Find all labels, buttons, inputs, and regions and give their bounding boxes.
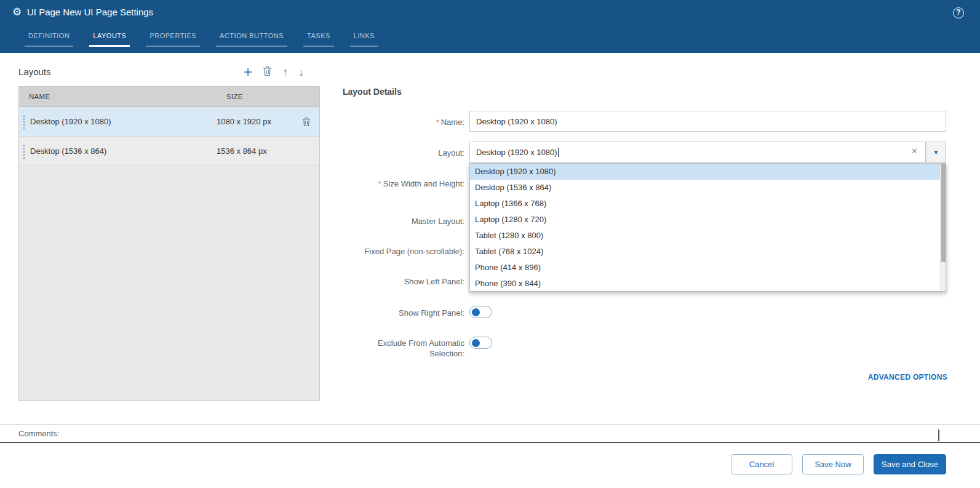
dropdown-option[interactable]: Tablet (1280 x 800) [470, 228, 946, 244]
tab-properties[interactable]: PROPERTIES [146, 31, 200, 47]
show-right-panel-label-text: Show Right Panel: [399, 308, 464, 318]
exclude-from-automatic-selection-toggle[interactable] [469, 337, 492, 349]
toggle-knob [472, 308, 480, 316]
comments-label: Comments: [18, 429, 59, 438]
dropdown-option[interactable]: Tablet (768 x 1024) [470, 244, 946, 260]
text-caret [558, 148, 559, 157]
show-right-panel-label: Show Right Panel: [329, 308, 464, 318]
title-bar: ⚙ UI Page New UI Page Settings ? [0, 0, 980, 26]
cancel-button[interactable]: Cancel [731, 454, 792, 474]
layouts-table: NAME SIZE Desktop (1920 x 1080) 1080 x 1… [18, 86, 320, 401]
tab-tasks[interactable]: TASKS [303, 31, 334, 47]
exclude-from-automatic-selection-label: Exclude From Automatic Selection: [360, 338, 464, 359]
dropdown-option[interactable]: Laptop (1280 x 720) [470, 212, 946, 228]
layout-label-text: Layout: [438, 148, 464, 158]
page-title: UI Page New UI Page Settings [27, 7, 153, 17]
tab-bar: DEFINITION LAYOUTS PROPERTIES ACTION BUT… [0, 26, 980, 53]
advanced-options-link[interactable]: ADVANCED OPTIONS [868, 373, 947, 382]
layouts-panel-title: Layouts [18, 66, 51, 77]
required-marker: * [436, 118, 439, 127]
required-marker: * [378, 179, 381, 188]
name-label: *Name: [329, 117, 464, 127]
layout-dropdown-list: Desktop (1920 x 1080) Desktop (1536 x 86… [469, 163, 946, 292]
chevron-up-icon [938, 430, 939, 441]
layout-combobox: Desktop (1920 x 1080) ✕ ▼ [469, 142, 946, 162]
tab-action-buttons[interactable]: ACTION BUTTONS [216, 31, 287, 47]
move-layout-up-button[interactable]: ↑ [282, 65, 288, 79]
collapse-comments-button[interactable] [938, 431, 946, 438]
clear-icon: ✕ [911, 146, 918, 156]
dropdown-option[interactable]: Desktop (1920 x 1080) [470, 164, 946, 180]
layout-details-title: Layout Details [343, 87, 402, 97]
show-right-panel-toggle[interactable] [469, 306, 492, 318]
delete-layout-button[interactable] [263, 66, 272, 79]
layouts-toolbar: + ↑ ↓ [244, 64, 304, 80]
table-row[interactable]: Desktop (1536 x 864) 1536 x 864 px [19, 137, 319, 166]
scrollbar-thumb[interactable] [941, 164, 946, 262]
fixed-page-label-text: Fixed Page (non-scrollable): [364, 247, 464, 256]
save-now-button[interactable]: Save Now [802, 454, 864, 474]
layout-size-cell: 1080 x 1920 px [217, 117, 271, 126]
layout-label: Layout: [329, 148, 464, 158]
plus-icon: + [244, 65, 252, 79]
layout-name-cell: Desktop (1920 x 1080) [30, 117, 217, 126]
column-header-size: SIZE [226, 93, 243, 100]
tab-definition[interactable]: DEFINITION [25, 31, 73, 47]
size-label-text: Size Width and Height: [383, 179, 464, 188]
trash-icon [302, 118, 311, 129]
column-header-name: NAME [19, 93, 226, 100]
drag-handle-icon[interactable] [23, 114, 25, 129]
tab-links[interactable]: LINKS [350, 31, 378, 47]
layout-name-cell: Desktop (1536 x 864) [30, 146, 217, 156]
row-delete-button[interactable] [302, 117, 311, 129]
help-icon[interactable]: ? [953, 7, 964, 18]
arrow-up-icon: ↑ [282, 65, 288, 79]
name-label-text: Name: [441, 118, 464, 127]
show-left-panel-label-text: Show Left Panel: [404, 277, 464, 286]
gear-icon: ⚙ [12, 6, 22, 18]
dropdown-scrollbar[interactable] [940, 164, 946, 291]
show-left-panel-label: Show Left Panel: [329, 276, 464, 287]
clear-button[interactable]: ✕ [911, 146, 918, 156]
dropdown-toggle-button[interactable]: ▼ [926, 142, 946, 162]
table-row[interactable]: Desktop (1920 x 1080) 1080 x 1920 px [19, 107, 319, 137]
layout-size-cell: 1536 x 864 px [217, 146, 267, 156]
master-layout-label-text: Master Layout: [412, 217, 464, 226]
chevron-down-icon: ▼ [933, 149, 939, 156]
add-layout-button[interactable]: + [244, 65, 252, 79]
dropdown-option[interactable]: Phone (390 x 844) [470, 276, 946, 292]
layouts-table-header: NAME SIZE [19, 87, 319, 107]
dropdown-option[interactable]: Laptop (1366 x 768) [470, 196, 946, 212]
size-label: *Size Width and Height: [329, 178, 464, 189]
comments-bar: Comments: [0, 424, 980, 443]
toggle-knob [472, 339, 480, 347]
trash-icon [263, 66, 272, 79]
save-and-close-button[interactable]: Save and Close [874, 454, 946, 474]
tab-layouts[interactable]: LAYOUTS [89, 31, 130, 47]
layout-combobox-value: Desktop (1920 x 1080) [476, 148, 557, 157]
move-layout-down-button[interactable]: ↓ [298, 65, 304, 79]
name-input[interactable] [469, 111, 946, 132]
fixed-page-label: Fixed Page (non-scrollable): [329, 246, 464, 257]
dropdown-option[interactable]: Desktop (1536 x 864) [470, 180, 946, 196]
layout-combobox-input[interactable]: Desktop (1920 x 1080) [469, 142, 926, 162]
exclude-label-text: Exclude From Automatic Selection: [378, 338, 464, 358]
master-layout-label: Master Layout: [329, 216, 464, 226]
dropdown-option[interactable]: Phone (414 x 896) [470, 260, 946, 276]
arrow-down-icon: ↓ [298, 65, 304, 79]
drag-handle-icon[interactable] [23, 144, 25, 159]
